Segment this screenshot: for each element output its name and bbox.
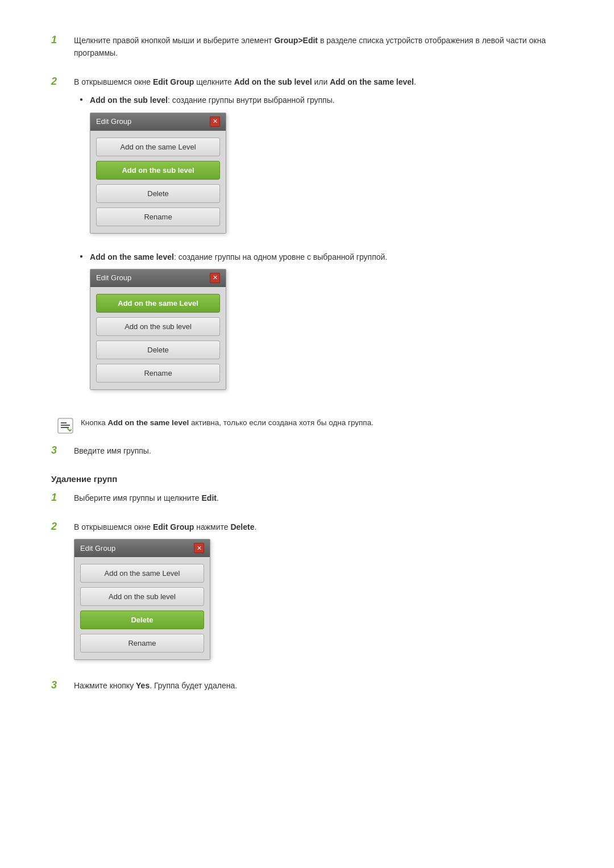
section-2-heading: Удаление групп	[51, 474, 563, 484]
delete-step-number-1: 1	[51, 492, 74, 504]
dialog-1-btn-delete[interactable]: Delete	[96, 184, 220, 203]
dialog-1-close-btn[interactable]: ✕	[210, 117, 220, 127]
dialog-2-close-btn[interactable]: ✕	[210, 273, 220, 283]
delete-steps-list: 1 Выберите имя группы и щелкните Edit. 2…	[51, 492, 563, 697]
sub-item-1-content: Add on the sub level: создание группы вн…	[90, 94, 563, 242]
dialog-2-btn-same-level[interactable]: Add on the same Level	[96, 294, 220, 313]
dialog-1-title: Edit Group	[96, 117, 131, 126]
sub-item-2: ● Add on the same level: создание группы…	[80, 251, 563, 399]
dialog-1-body: Add on the same Level Add on the sub lev…	[90, 131, 226, 233]
dialog-1-titlebar: Edit Group ✕	[90, 113, 226, 131]
dialog-3-titlebar: Edit Group ✕	[74, 539, 210, 557]
step-1-content: Щелкните правой кнопкой мыши и выберите …	[74, 34, 563, 65]
dialog-2-btn-delete[interactable]: Delete	[96, 340, 220, 359]
dialog-3-title: Edit Group	[80, 544, 115, 553]
dialog-3-btn-rename[interactable]: Rename	[80, 634, 204, 653]
dialog-same-level: Edit Group ✕ Add on the same Level Add o…	[90, 269, 226, 390]
delete-step-number-3: 3	[51, 679, 74, 691]
dialog-3-btn-sub-level[interactable]: Add on the sub level	[80, 587, 204, 606]
sub-list: ● Add on the sub level: создание группы …	[74, 94, 563, 399]
step-2-content: В открывшемся окне Edit Group щелкните A…	[74, 76, 563, 407]
dialog-2-titlebar: Edit Group ✕	[90, 269, 226, 287]
step-number-1: 1	[51, 34, 74, 46]
bullet-2: ●	[80, 253, 83, 259]
delete-step-2-text: В открывшемся окне Edit Group нажмите De…	[74, 521, 563, 533]
dialog-2-title: Edit Group	[96, 273, 131, 282]
sub-item-1: ● Add on the sub level: создание группы …	[80, 94, 563, 242]
delete-step-2-content: В открывшемся окне Edit Group нажмите De…	[74, 521, 563, 669]
steps-list: 1 Щелкните правой кнопкой мыши и выберит…	[51, 34, 563, 407]
bullet-1: ●	[80, 96, 83, 102]
note-icon	[57, 417, 74, 434]
delete-step-1-text: Выберите имя группы и щелкните Edit.	[74, 492, 563, 504]
delete-step-2: 2 В открывшемся окне Edit Group нажмите …	[51, 521, 563, 669]
dialog-2-btn-sub-level[interactable]: Add on the sub level	[96, 317, 220, 336]
sub-item-2-content: Add on the same level: создание группы н…	[90, 251, 563, 399]
delete-step-3: 3 Нажмите кнопку Yes. Группа будет удале…	[51, 679, 563, 697]
delete-step-3-text: Нажмите кнопку Yes. Группа будет удалена…	[74, 679, 563, 692]
step-1: 1 Щелкните правой кнопкой мыши и выберит…	[51, 34, 563, 65]
dialog-sub-level: Edit Group ✕ Add on the same Level Add o…	[90, 113, 226, 234]
step-2: 2 В открывшемся окне Edit Group щелкните…	[51, 76, 563, 407]
dialog-2-btn-rename[interactable]: Rename	[96, 364, 220, 383]
dialog-1-btn-rename[interactable]: Rename	[96, 207, 220, 226]
sub-item-2-text: Add on the same level: создание группы н…	[90, 251, 563, 263]
note-text: Кнопка Add on the same level активна, то…	[81, 417, 374, 429]
step-number-3: 3	[51, 445, 74, 456]
step-2-text: В открывшемся окне Edit Group щелкните A…	[74, 76, 563, 88]
delete-step-1-content: Выберите имя группы и щелкните Edit.	[74, 492, 563, 510]
delete-step-3-content: Нажмите кнопку Yes. Группа будет удалена…	[74, 679, 563, 697]
dialog-1-btn-same-level[interactable]: Add on the same Level	[96, 138, 220, 156]
svg-rect-2	[61, 425, 70, 426]
svg-rect-1	[61, 422, 67, 423]
dialog-3-btn-delete[interactable]: Delete	[80, 610, 204, 629]
step-3-content: Введите имя группы.	[74, 445, 563, 463]
dialog-1-btn-sub-level[interactable]: Add on the sub level	[96, 161, 220, 180]
delete-step-number-2: 2	[51, 521, 74, 533]
delete-step-1: 1 Выберите имя группы и щелкните Edit.	[51, 492, 563, 510]
sub-item-1-text: Add on the sub level: создание группы вн…	[90, 94, 563, 106]
svg-rect-3	[61, 427, 69, 428]
steps-list-2: 3 Введите имя группы.	[51, 445, 563, 463]
dialog-delete: Edit Group ✕ Add on the same Level Add o…	[74, 539, 210, 660]
step-3-text: Введите имя группы.	[74, 445, 563, 457]
step-number-2: 2	[51, 76, 74, 88]
step-1-text: Щелкните правой кнопкой мыши и выберите …	[74, 34, 563, 60]
step-3: 3 Введите имя группы.	[51, 445, 563, 463]
note-box: Кнопка Add on the same level активна, то…	[51, 417, 563, 434]
dialog-3-close-btn[interactable]: ✕	[194, 543, 204, 553]
dialog-2-body: Add on the same Level Add on the sub lev…	[90, 287, 226, 389]
dialog-3-body: Add on the same Level Add on the sub lev…	[74, 557, 210, 659]
dialog-3-btn-same-level[interactable]: Add on the same Level	[80, 564, 204, 583]
main-content: 1 Щелкните правой кнопкой мыши и выберит…	[51, 34, 563, 698]
